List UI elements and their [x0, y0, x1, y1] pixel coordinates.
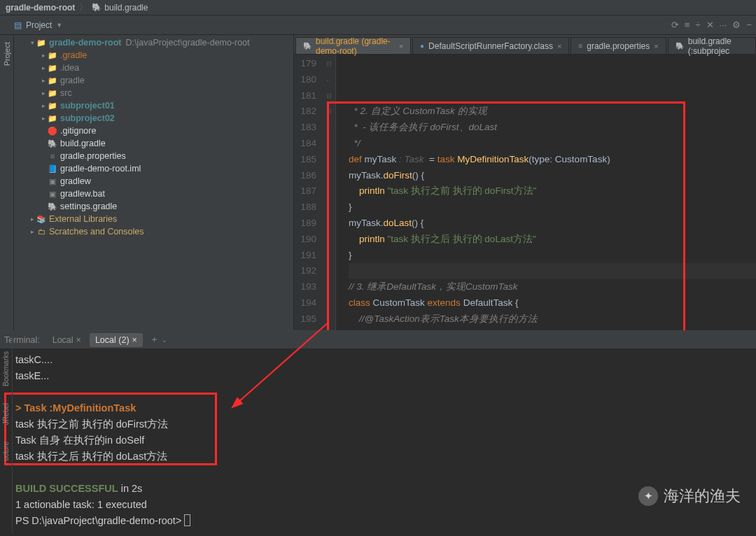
close-icon[interactable]: × — [399, 42, 403, 50]
editor-tab[interactable]: 🐘build.gradle (:subprojec — [668, 37, 756, 54]
tree-row[interactable]: ▸📁.gradle — [14, 49, 293, 62]
close-icon[interactable]: × — [654, 42, 658, 50]
terminal-tab[interactable]: Local (2)× — [90, 333, 143, 347]
tree-row[interactable]: 📘gradle-demo-root.iml — [14, 162, 293, 175]
tree-row[interactable]: ▣gradlew — [14, 175, 293, 188]
tree-row[interactable]: ▸📚External Libraries — [14, 213, 293, 225]
left-tool-strip: Bookmarks JRebel ucture — [0, 330, 13, 533]
breadcrumb-file[interactable]: build.gradle — [104, 3, 148, 13]
editor-tab[interactable]: ≡gradle.properties× — [570, 37, 666, 54]
structure-tool[interactable]: ucture — [2, 442, 10, 461]
project-view-title[interactable]: Project — [26, 20, 52, 30]
toolbar-icon[interactable]: − — [746, 20, 752, 30]
tree-row[interactable]: ▸📁.idea — [14, 62, 293, 74]
close-icon[interactable]: × — [557, 42, 561, 50]
toolbar-icon[interactable]: ✕ — [706, 20, 714, 30]
terminal-tab[interactable]: Local× — [47, 333, 87, 347]
bookmarks-tool[interactable]: Bookmarks — [2, 351, 10, 386]
tree-row[interactable]: ▸📁src — [14, 87, 293, 99]
elephant-icon: 🐘 — [92, 3, 102, 12]
code-area[interactable]: * 2. 自定义 CustomTask 的实现 * - 该任务会执行 doFir… — [336, 55, 756, 330]
line-gutter: 1791801811821831841851861871881891901911… — [294, 55, 322, 330]
toolbar-icon[interactable]: ÷ — [695, 20, 700, 30]
toolbar-icon[interactable]: ··· — [720, 20, 727, 30]
tree-row[interactable]: 🐘build.gradle — [14, 137, 293, 150]
close-icon[interactable]: × — [76, 335, 81, 345]
toolbar-icon[interactable]: ≡ — [685, 20, 690, 30]
left-gutter: Project — [0, 35, 14, 330]
tree-row[interactable]: ▣gradlew.bat — [14, 188, 293, 200]
tree-row[interactable]: ▾📁gradle-demo-rootD:\javaProject\gradle-… — [14, 36, 293, 49]
watermark: ✦ 海洋的渔夫 — [638, 486, 741, 507]
editor-tab[interactable]: ●DefaultScriptRunnerFactory.class× — [412, 37, 569, 54]
toolbar-icon[interactable]: ⚙ — [732, 20, 741, 30]
file-icon: ● — [420, 42, 424, 50]
dropdown-icon[interactable]: ▼ — [56, 22, 62, 29]
wechat-icon: ✦ — [638, 486, 658, 506]
project-view-icon: ▤ — [14, 20, 22, 30]
toolbar-icon[interactable]: ⟳ — [671, 20, 679, 30]
jrebel-tool[interactable]: JRebel — [2, 403, 10, 425]
editor-tab[interactable]: 🐘build.gradle (gradle-demo-root)× — [295, 37, 411, 54]
close-icon[interactable]: × — [132, 335, 137, 345]
tree-row[interactable]: ▸🗀Scratches and Consoles — [14, 225, 293, 238]
tree-row[interactable]: 🛑.gitignore — [14, 125, 293, 137]
fold-gutter: ⊟⌐⊟⊟⌐ — [322, 55, 336, 330]
tree-row[interactable]: ▸📁subproject01 — [14, 99, 293, 112]
project-toolbar: ▤ Project ▼ ⟳≡÷✕···⚙− — [0, 15, 756, 35]
file-icon: 🐘 — [676, 42, 684, 50]
editor-tabs: 🐘build.gradle (gradle-demo-root)×●Defaul… — [294, 35, 756, 55]
new-terminal-button[interactable]: ＋ — [150, 334, 159, 346]
project-tool-tab[interactable]: Project — [3, 42, 11, 66]
file-icon: 🐘 — [303, 42, 312, 50]
breadcrumb: gradle-demo-root 〉 🐘 build.gradle — [0, 0, 756, 15]
project-tree[interactable]: ▾📁gradle-demo-rootD:\javaProject\gradle-… — [14, 35, 294, 330]
breadcrumb-root[interactable]: gradle-demo-root — [6, 3, 75, 13]
tree-row[interactable]: ≡gradle.properties — [14, 150, 293, 162]
tree-row[interactable]: ▸📁subproject02 — [14, 112, 293, 125]
tree-row[interactable]: 🐘settings.gradle — [14, 200, 293, 213]
terminal-dropdown-icon[interactable]: ⌄ — [162, 337, 167, 344]
tree-row[interactable]: ▸📁gradle — [14, 74, 293, 87]
watermark-text: 海洋的渔夫 — [664, 486, 741, 507]
file-icon: ≡ — [578, 42, 582, 50]
